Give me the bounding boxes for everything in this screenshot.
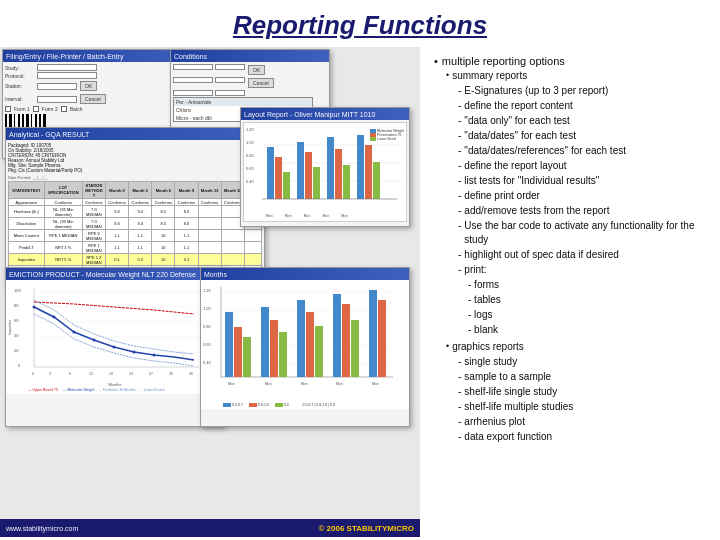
bullet-esig: E-Signatures (up to 3 per report)	[458, 84, 710, 98]
bullet-add-remove: add/remove tests from the report	[458, 204, 710, 218]
bullet-graphics-reports: graphics reports	[446, 340, 710, 354]
cancel-btn[interactable]: Cancel	[80, 94, 106, 104]
bullet-list-tests: list tests for "Individual results"	[458, 174, 710, 188]
screen-bar-chart: Layout Report - Oliver Manipur MITT 1010…	[240, 107, 410, 227]
screen5-content: Impurities 100 80 60 40 20 0	[6, 280, 224, 394]
bullet-graphics-label: graphics reports	[452, 340, 524, 354]
svg-point-35	[113, 346, 116, 349]
bullet-sample-sample: sample to a sample	[458, 370, 710, 384]
svg-text:Mon: Mon	[372, 382, 379, 386]
bullet-forms: - forms	[468, 278, 710, 292]
svg-point-33	[73, 331, 76, 334]
bullet-single-study: single study	[458, 355, 710, 369]
svg-rect-65	[297, 300, 305, 377]
svg-text:20: 20	[14, 348, 19, 353]
footer-left: www.stabilitymicro.com	[6, 525, 78, 532]
bullet-summary-label: summary reports	[452, 69, 527, 83]
svg-rect-15	[365, 145, 372, 199]
bullet-barcode-activate: Use the bar code to activate any functio…	[458, 219, 710, 247]
svg-point-34	[93, 339, 96, 342]
svg-rect-62	[261, 307, 269, 377]
svg-rect-12	[335, 149, 342, 199]
svg-rect-72	[378, 300, 386, 377]
svg-rect-8	[297, 142, 304, 199]
svg-rect-64	[279, 332, 287, 377]
svg-rect-67	[315, 326, 323, 377]
svg-rect-6	[275, 157, 282, 199]
screen3-titlebar: Analytical - GQA RESULT	[6, 128, 264, 140]
line-chart-svg: 100 80 60 40 20 0	[14, 282, 199, 382]
screen2-titlebar: Conditions	[171, 50, 329, 62]
bullet-data-only: "data only" for each test	[458, 114, 710, 128]
ok-btn[interactable]: OK	[80, 81, 97, 91]
svg-text:0.40: 0.40	[203, 360, 212, 365]
svg-rect-9	[305, 152, 312, 199]
svg-text:6: 6	[69, 372, 71, 376]
footer-bar: www.stabilitymicro.com © 2006 STABILITYM…	[0, 519, 420, 537]
svg-text:0: 0	[32, 372, 34, 376]
bullet-summary-reports: summary reports	[446, 69, 710, 83]
svg-text:60: 60	[14, 318, 19, 323]
svg-rect-61	[243, 337, 251, 377]
svg-text:18: 18	[109, 372, 113, 376]
svg-point-31	[33, 306, 36, 309]
svg-text:Mon: Mon	[301, 382, 308, 386]
bullet-logs: - logs	[468, 308, 710, 322]
bullet-tables: - tables	[468, 293, 710, 307]
bar-chart2-svg: 1.20 1.00 0.80 0.60 0.40	[203, 282, 393, 402]
svg-text:0: 0	[18, 363, 21, 368]
bullet-print-order: define print order	[458, 189, 710, 203]
svg-text:30: 30	[169, 372, 173, 376]
svg-text:Mon: Mon	[265, 382, 272, 386]
svg-rect-14	[357, 135, 364, 199]
svg-rect-63	[270, 320, 278, 377]
svg-text:27: 27	[149, 372, 153, 376]
screen2-title: Conditions	[174, 53, 207, 60]
svg-rect-11	[327, 137, 334, 199]
footer-right: © 2006 STABILITYMICRO	[318, 524, 414, 533]
bullet-highlight-spec: highlight out of spec data if desired	[458, 248, 710, 262]
bullet-data-export: data export function	[458, 430, 710, 444]
screen4-title: Layout Report - Oliver Manipur MITT 1010	[244, 111, 375, 118]
bullet-main-label: multiple reporting options	[434, 55, 710, 67]
svg-rect-5	[267, 147, 274, 199]
screen-line-chart: EMICTION PRODUCT - Molecular Weight NLT …	[5, 267, 225, 427]
screen6-titlebar: Months	[201, 268, 409, 280]
bullet-print-sub: - forms - tables - logs - blank	[458, 278, 710, 337]
right-panel: multiple reporting options summary repor…	[420, 47, 720, 537]
svg-text:1.20: 1.20	[203, 288, 212, 293]
svg-text:36: 36	[189, 372, 193, 376]
screen6-title: Months	[204, 271, 227, 278]
svg-rect-60	[234, 327, 242, 377]
bullet-define-layout: define the report layout	[458, 159, 710, 173]
screen-table: Analytical - GQA RESULT Packaged: ID 100…	[5, 127, 265, 287]
screen4-content: 1.20 1.00 0.80 0.60 0.40	[243, 122, 407, 222]
bullet-data-dates: "data/dates" for each test	[458, 129, 710, 143]
bullet-blank: - blank	[468, 323, 710, 337]
bullet-arrhenius: arrhenius plot	[458, 415, 710, 429]
screen3-title: Analytical - GQA RESULT	[9, 131, 89, 138]
bullet-sub-container: summary reports E-Signatures (up to 3 pe…	[434, 69, 710, 444]
ok-btn2[interactable]: OK	[248, 65, 265, 75]
svg-rect-16	[373, 162, 380, 199]
page-title: Reporting Functions	[0, 0, 720, 47]
bullet-shelf-single: shelf-life single study	[458, 385, 710, 399]
svg-point-32	[53, 316, 56, 319]
screen5-title: EMICTION PRODUCT - Molecular Weight NLT …	[9, 271, 196, 278]
cancel-btn2[interactable]: Cancel	[248, 78, 274, 88]
svg-text:3: 3	[49, 372, 51, 376]
bullet-data-dates-refs: "data/dates/references" for each test	[458, 144, 710, 158]
screen1-title: Filing/Entry / File-Printer / Batch-Entr…	[6, 53, 123, 60]
svg-rect-66	[306, 312, 314, 377]
screen4-titlebar: Layout Report - Oliver Manipur MITT 1010	[241, 108, 409, 120]
svg-text:12: 12	[89, 372, 93, 376]
svg-text:Mon: Mon	[228, 382, 235, 386]
bullet-graphics-sub: single study sample to a sample shelf-li…	[446, 355, 710, 444]
svg-rect-7	[283, 172, 290, 199]
bullet-shelf-multiple: shelf-life multiple studies	[458, 400, 710, 414]
svg-rect-10	[313, 167, 320, 199]
svg-text:1.00: 1.00	[203, 306, 212, 311]
screen6-content: 1.20 1.00 0.80 0.60 0.40	[201, 280, 409, 409]
svg-rect-71	[369, 290, 377, 377]
svg-point-36	[133, 351, 136, 354]
